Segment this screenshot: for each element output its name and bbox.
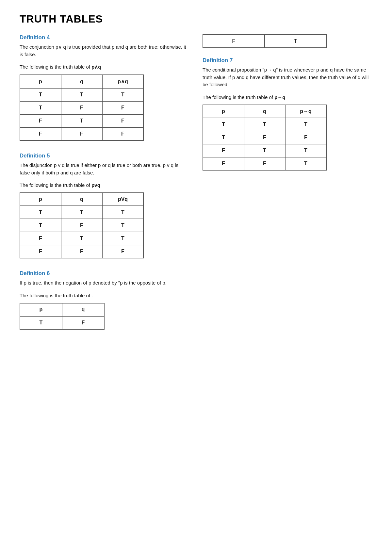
definition-6-title: Definition 6 [20, 270, 189, 277]
top-partial-col-f: F [203, 35, 265, 48]
table-row: T T T [203, 118, 326, 131]
definition-6-block: Definition 6 If p is true, then the nega… [20, 270, 189, 330]
def5-truth-table: p q pVq T T T T F T [20, 192, 144, 258]
definition-4-title: Definition 4 [20, 34, 189, 41]
def4-col-q: q [61, 75, 102, 88]
def5-table-intro: The following is the truth table of pvq [20, 182, 189, 188]
page-title: TRUTH TABLES [20, 13, 372, 25]
top-partial-col-t: T [265, 35, 326, 48]
table-row: T F T [20, 219, 143, 232]
def4-table-intro: The following is the truth table of p∧q [20, 64, 189, 70]
def6-col-q: q [62, 303, 104, 316]
right-column: F T Definition 7 The conditional proposi… [203, 34, 372, 182]
table-row: F F F [20, 245, 143, 258]
def5-col-q: q [61, 193, 102, 206]
definition-5-block: Definition 5 The disjunction p v q is tr… [20, 153, 189, 258]
def4-col-p: p [20, 75, 61, 88]
def6-col-p: p [20, 303, 62, 316]
definition-6-text: If p is true, then the negation of p den… [20, 279, 189, 287]
definition-5-title: Definition 5 [20, 153, 189, 159]
table-row: T F F [203, 131, 326, 144]
left-column: Definition 4 The conjunction p∧ q is tru… [20, 34, 189, 341]
def5-col-p: p [20, 193, 61, 206]
table-row: F T T [203, 144, 326, 157]
table-row: T T T [20, 88, 143, 101]
def6-truth-table: p q T F [20, 303, 105, 330]
definition-7-block: Definition 7 The conditional proposition… [203, 57, 372, 171]
def7-col-q: q [244, 105, 285, 118]
def6-table-intro: The following is the truth table of . [20, 293, 189, 298]
top-partial-table: F T [203, 34, 327, 48]
def7-truth-table: p q p→q T T T T F F [203, 105, 327, 171]
table-row: T F [20, 316, 104, 329]
table-row: F T F [20, 114, 143, 127]
table-row: T T T [20, 206, 143, 219]
definition-7-text: The conditional proposition "p→ q" is tr… [203, 66, 372, 89]
table-row: F T T [20, 232, 143, 245]
definition-4-block: Definition 4 The conjunction p∧ q is tru… [20, 34, 189, 141]
table-row: F F T [203, 157, 326, 170]
definition-5-text: The disjunction p v q is true if either … [20, 162, 189, 176]
table-row: T F F [20, 101, 143, 114]
def7-col-op: p→q [285, 105, 326, 118]
table-row: F F F [20, 127, 143, 140]
def4-truth-table: p q p∧q T T T T F F [20, 74, 144, 141]
definition-4-text: The conjunction p∧ q is true provided th… [20, 43, 189, 58]
def7-col-p: p [203, 105, 244, 118]
definition-7-title: Definition 7 [203, 57, 372, 64]
def5-col-op: pVq [102, 193, 143, 206]
def4-col-op: p∧q [102, 75, 143, 88]
def7-table-intro: The following is the truth table of p→q [203, 94, 372, 100]
